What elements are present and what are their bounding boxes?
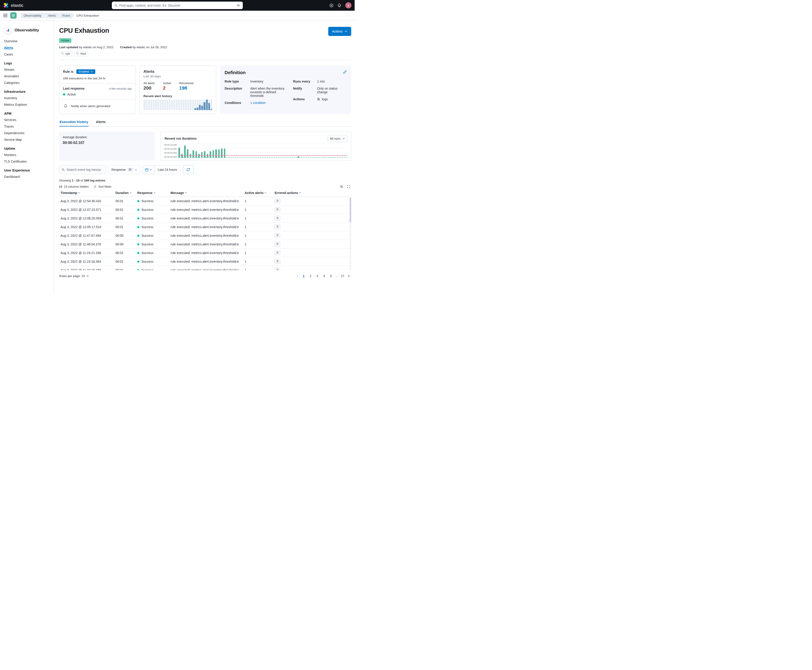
- table-row[interactable]: Aug 3, 2022 @ 11:47:07.49300:00Successru…: [59, 231, 351, 240]
- page-1[interactable]: 1: [301, 273, 307, 279]
- actions-button[interactable]: Actions: [328, 27, 351, 36]
- cell-timestamp: Aug 3, 2022 @ 11:24:21.338: [59, 249, 114, 257]
- space-badge[interactable]: D: [10, 12, 17, 19]
- guided-setup-icon[interactable]: [329, 3, 334, 7]
- history-day-slot: [178, 100, 180, 110]
- sidebar-heading-logs: Logs: [4, 61, 49, 65]
- column-header-response[interactable]: Response: [135, 190, 169, 197]
- column-header-message[interactable]: Message: [169, 190, 243, 197]
- rule-enabled-dropdown[interactable]: Enabled: [76, 69, 95, 74]
- notify-text: Notify when alerts generated: [71, 104, 110, 108]
- cell-active-alerts: 1: [243, 223, 273, 231]
- log-filters: Response 0 Last 24 hours: [59, 165, 351, 174]
- time-range-button[interactable]: Last 24 hours: [154, 165, 181, 174]
- table-row[interactable]: Aug 3, 2022 @ 12:06:20.55900:01Successru…: [59, 214, 351, 223]
- elastic-home-link[interactable]: elastic: [3, 2, 24, 8]
- table-scrollbar[interactable]: [349, 197, 351, 270]
- table-row[interactable]: Aug 3, 2022 @ 11:23:18.36300:01Successru…: [59, 257, 351, 266]
- cell-response: Success: [135, 214, 169, 223]
- table-footer: Rows per page: 10 12345...17: [59, 273, 351, 279]
- event-log-search-input[interactable]: [67, 168, 103, 171]
- next-page-button[interactable]: [346, 274, 351, 277]
- sidebar-item-stream[interactable]: Stream: [4, 68, 49, 71]
- table-row[interactable]: Aug 3, 2022 @ 12:07:23.57100:01Successru…: [59, 205, 351, 214]
- history-day-slot: [143, 100, 145, 110]
- column-header-errored-actions[interactable]: Errored actions: [273, 190, 351, 197]
- table-row[interactable]: Aug 3, 2022 @ 11:46:04.37000:00Successru…: [59, 240, 351, 249]
- history-day-slot: [185, 100, 187, 110]
- tab-alerts[interactable]: Alerts: [96, 120, 106, 127]
- page-17[interactable]: 17: [339, 273, 346, 279]
- observability-logo-icon: [4, 26, 12, 34]
- refresh-button[interactable]: [183, 165, 194, 174]
- global-search-input[interactable]: [119, 3, 235, 7]
- search-shortcut: ⌘/: [237, 4, 240, 7]
- cell-active-alerts: 1: [243, 257, 273, 266]
- previous-page-button[interactable]: [295, 274, 300, 277]
- breadcrumb-item-observability[interactable]: Observability: [21, 13, 46, 19]
- alert-stats: All alerts200Active2Recovered198: [143, 81, 212, 91]
- tab-execution-history[interactable]: Execution history: [59, 120, 89, 127]
- breadcrumb-item-rules[interactable]: Rules: [58, 13, 74, 19]
- sidebar-item-tls-certificates[interactable]: TLS Certificates: [4, 160, 49, 163]
- user-avatar[interactable]: e: [345, 2, 351, 8]
- bell-icon: [64, 104, 68, 108]
- duration-bar: [196, 151, 197, 158]
- run-durations-chart: [178, 144, 348, 158]
- fullscreen-icon[interactable]: [347, 185, 350, 188]
- sidebar-item-inventory[interactable]: Inventory: [4, 96, 49, 100]
- page-3[interactable]: 3: [314, 273, 320, 279]
- table-row[interactable]: Aug 3, 2022 @ 11:24:21.33800:01Successru…: [59, 249, 351, 257]
- display-options-icon[interactable]: [340, 185, 343, 188]
- edit-definition-button[interactable]: [343, 70, 347, 74]
- sidebar-item-dashboard[interactable]: Dashboard: [4, 175, 49, 179]
- description-label: Description: [225, 87, 246, 98]
- sidebar-item-traces[interactable]: Traces: [4, 125, 49, 128]
- y-axis-tick: 00:00:15.000: [164, 144, 177, 146]
- breadcrumb-item-alerts[interactable]: Alerts: [44, 13, 60, 19]
- event-log-search[interactable]: [59, 165, 106, 174]
- page-4[interactable]: 4: [321, 273, 327, 279]
- cell-timestamp: Aug 3, 2022 @ 11:22:15.288: [59, 266, 114, 271]
- column-header-duration[interactable]: Duration: [114, 190, 135, 197]
- history-day-slot: [157, 100, 159, 110]
- alert-stat-all-alerts: All alerts200: [143, 81, 155, 91]
- date-quick-select-button[interactable]: [143, 165, 154, 174]
- runs-count-select[interactable]: 60 runs: [328, 135, 348, 142]
- sidebar-item-overview[interactable]: Overview: [4, 39, 49, 43]
- global-search[interactable]: ⌘/: [112, 2, 243, 9]
- page-5[interactable]: 5: [328, 273, 334, 279]
- history-day-slot: [211, 100, 212, 110]
- rows-per-page-button[interactable]: Rows per page: 10: [59, 274, 89, 278]
- sidebar-item-cases[interactable]: Cases: [4, 52, 49, 56]
- sort-fields-button[interactable]: Sort fields: [94, 185, 111, 188]
- table-row[interactable]: Aug 3, 2022 @ 11:22:15.28800:01Successru…: [59, 266, 351, 271]
- duration-y-axis: 00:00:15.00000:00:10.00000:00:05.00000:0…: [164, 144, 178, 158]
- cell-duration: 00:01: [114, 266, 135, 271]
- sidebar-item-metrics-explorer[interactable]: Metrics Explorer: [4, 103, 49, 107]
- column-header-timestamp[interactable]: Timestamp: [59, 190, 114, 197]
- cell-duration: 00:01: [114, 205, 135, 214]
- table-row[interactable]: Aug 3, 2022 @ 12:05:17.51000:01Successru…: [59, 223, 351, 231]
- conditions-link[interactable]: 1 condition: [250, 101, 289, 105]
- menu-icon[interactable]: [3, 14, 7, 17]
- sidebar-item-services[interactable]: Services: [4, 118, 49, 122]
- response-filter-button[interactable]: Response 0: [108, 165, 140, 174]
- sidebar-item-dependencies[interactable]: Dependencies: [4, 131, 49, 135]
- sidebar-item-anomalies[interactable]: Anomalies: [4, 74, 49, 78]
- notifications-icon[interactable]: [338, 3, 341, 7]
- sidebar-item-alerts[interactable]: Alerts: [4, 46, 49, 49]
- duration-bar: [221, 149, 223, 158]
- alert-history-title: Recent alert history: [143, 95, 212, 98]
- table-row[interactable]: Aug 3, 2022 @ 12:54:30.43200:01Successru…: [59, 197, 351, 205]
- scrollbar-thumb[interactable]: [349, 197, 351, 222]
- columns-hidden-button[interactable]: 10 columns hidden: [59, 185, 89, 188]
- chevron-left-icon: [296, 274, 299, 277]
- sidebar-item-categories[interactable]: Categories: [4, 81, 49, 85]
- sidebar-item-service-map[interactable]: Service Map: [4, 138, 49, 142]
- sidebar-item-monitors[interactable]: Monitors: [4, 153, 49, 157]
- page-2[interactable]: 2: [307, 273, 314, 279]
- column-header-active-alerts[interactable]: Active alerts: [243, 190, 273, 197]
- runs-count-value: 60 runs: [330, 137, 340, 140]
- history-bar: [208, 103, 210, 110]
